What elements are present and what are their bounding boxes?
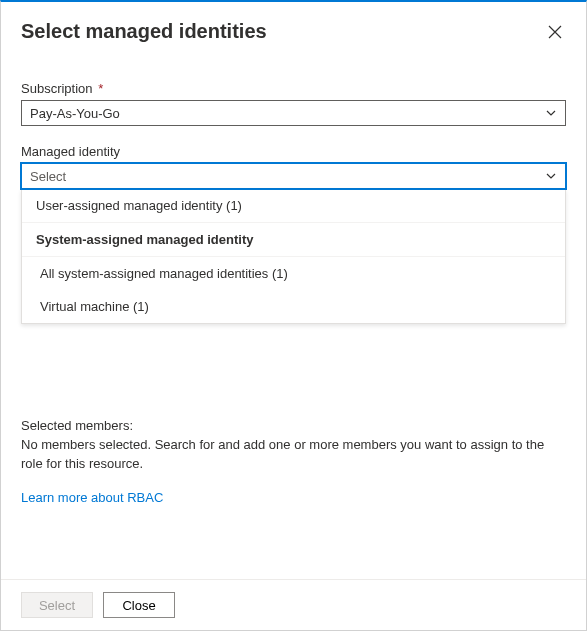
managed-identity-dropdown: User-assigned managed identity (1) Syste… xyxy=(21,189,566,324)
subscription-combobox[interactable]: Pay-As-You-Go xyxy=(21,100,566,126)
managed-identity-combobox[interactable]: Select xyxy=(21,163,566,189)
dropdown-item-user-assigned[interactable]: User-assigned managed identity (1) xyxy=(22,189,565,223)
panel-title: Select managed identities xyxy=(21,20,267,43)
close-button[interactable]: Close xyxy=(103,592,175,618)
learn-more-rbac-link[interactable]: Learn more about RBAC xyxy=(21,490,163,505)
required-mark: * xyxy=(98,81,103,96)
selected-members-label: Selected members: xyxy=(21,418,566,433)
subscription-label-text: Subscription xyxy=(21,81,93,96)
selected-members-hint: No members selected. Search for and add … xyxy=(21,436,566,474)
dropdown-item-virtual-machine[interactable]: Virtual machine (1) xyxy=(22,290,565,323)
subscription-value: Pay-As-You-Go xyxy=(30,106,120,121)
managed-identity-placeholder: Select xyxy=(30,169,66,184)
managed-identity-label: Managed identity xyxy=(21,144,566,159)
select-button: Select xyxy=(21,592,93,618)
subscription-label: Subscription * xyxy=(21,81,566,96)
dropdown-header-system-assigned: System-assigned managed identity xyxy=(22,223,565,257)
close-icon[interactable] xyxy=(544,21,566,43)
dropdown-item-all-system[interactable]: All system-assigned managed identities (… xyxy=(22,257,565,290)
chevron-down-icon xyxy=(545,107,557,119)
chevron-down-icon xyxy=(545,170,557,182)
